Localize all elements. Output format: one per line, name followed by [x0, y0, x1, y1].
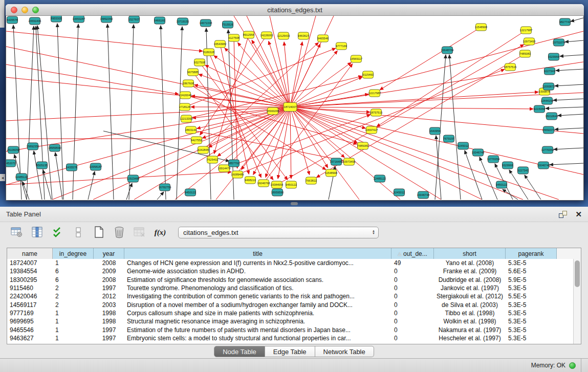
graph-edge[interactable]: [480, 157, 497, 200]
delete-icon[interactable]: [113, 226, 126, 239]
graph-edge[interactable]: [290, 42, 302, 107]
table-selector-dropdown[interactable]: citations_edges.txt ▲▼: [178, 227, 379, 238]
table-cell[interactable]: 18724007: [7, 259, 53, 267]
table-cell[interactable]: 5.3E-5: [506, 335, 557, 342]
table-cell[interactable]: 2009: [94, 268, 124, 275]
table-row[interactable]: 911546021997Tourette syndrome. Phenomeno…: [7, 284, 581, 292]
table-cell[interactable]: 1997: [94, 335, 124, 342]
float-panel-icon[interactable]: [559, 211, 567, 218]
graph-edge[interactable]: [177, 27, 182, 200]
table-cell[interactable]: 5.9E-5: [506, 276, 557, 283]
table-cell[interactable]: 1: [53, 335, 94, 342]
graph-edge[interactable]: [555, 84, 583, 86]
table-cell[interactable]: 0: [391, 276, 434, 283]
new-document-icon[interactable]: [92, 226, 105, 239]
graph-edge[interactable]: [558, 114, 583, 116]
table-cell[interactable]: 1998: [94, 310, 124, 317]
citation-network-graph[interactable]: 1872400718300295121254331422606389129549…: [6, 16, 583, 200]
graph-edge[interactable]: [553, 99, 583, 100]
table-cell[interactable]: Tibbo et al. (1998): [434, 310, 506, 317]
table-cell[interactable]: 5.6E-5: [506, 268, 557, 275]
table-cell[interactable]: 5.3E-5: [506, 310, 557, 317]
table-cell[interactable]: 0: [391, 310, 434, 317]
network-canvas[interactable]: 1872400718300295121254331422606389129549…: [6, 16, 584, 201]
graph-edge[interactable]: [290, 107, 291, 179]
graph-edge[interactable]: [449, 55, 461, 200]
network-window-titlebar[interactable]: citations_edges.txt: [6, 4, 584, 16]
graph-edge[interactable]: [55, 152, 62, 200]
column-header-out_de[interactable]: △out_de...: [391, 248, 434, 259]
table-cell[interactable]: 0: [391, 268, 434, 275]
graph-edge[interactable]: [73, 24, 78, 200]
function-builder-icon[interactable]: f(x): [154, 226, 167, 239]
table-cell[interactable]: 1: [53, 318, 94, 325]
table-cell[interactable]: 1: [53, 310, 94, 317]
table-cell[interactable]: 1997: [94, 326, 124, 334]
table-cell[interactable]: 9115460: [7, 285, 53, 292]
graph-edge[interactable]: [217, 107, 290, 156]
table-cell[interactable]: 5.3E-5: [506, 301, 557, 309]
graph-edge[interactable]: [571, 18, 583, 21]
tab-edge-table[interactable]: Edge Table: [265, 346, 315, 357]
graph-edge[interactable]: [161, 26, 166, 200]
table-cell[interactable]: Investigating the contribution of common…: [124, 293, 391, 300]
graph-edge[interactable]: [6, 77, 290, 107]
graph-edge[interactable]: [203, 42, 318, 150]
graph-edge[interactable]: [290, 51, 337, 107]
graph-edge[interactable]: [380, 27, 481, 90]
clear-selection-icon[interactable]: [72, 226, 85, 239]
table-cell[interactable]: de Silva et al. (2003): [434, 301, 506, 309]
graph-edge[interactable]: [234, 38, 237, 168]
table-row[interactable]: 946554611997Estimation of the future num…: [7, 325, 581, 334]
table-cell[interactable]: 1: [53, 326, 94, 334]
table-cell[interactable]: Disruption of a novel member of a sodium…: [124, 301, 391, 309]
graph-edge[interactable]: [290, 77, 362, 107]
table-cell[interactable]: Embryonic stem cells: a model to study s…: [124, 335, 391, 342]
table-cell[interactable]: Stergiakouli et al. (2012): [434, 293, 506, 300]
graph-edge[interactable]: [550, 163, 583, 165]
graph-edge[interactable]: [554, 148, 583, 149]
table-cell[interactable]: 9777169: [7, 310, 53, 317]
table-cell[interactable]: 22420046: [7, 293, 53, 300]
table-cell[interactable]: 9699695: [7, 318, 53, 325]
column-header-pagerank[interactable]: pagerank: [506, 248, 557, 259]
table-cell[interactable]: 0: [391, 285, 434, 292]
table-cell[interactable]: 1998: [94, 318, 124, 325]
close-window-button[interactable]: [11, 7, 17, 13]
memory-status-indicator[interactable]: [569, 362, 576, 369]
table-row[interactable]: 969969511998Structural magnetic resonanc…: [7, 317, 581, 325]
table-cell[interactable]: 0: [391, 293, 434, 300]
graph-edge[interactable]: [6, 47, 290, 107]
table-cell[interactable]: 6: [53, 276, 94, 283]
graph-edge[interactable]: [157, 192, 164, 200]
table-cell[interactable]: Changes of HCN gene expression and I(f) …: [124, 259, 391, 267]
table-cell[interactable]: 2: [53, 285, 94, 292]
table-cell[interactable]: 49: [391, 259, 434, 267]
table-cell[interactable]: 2012: [94, 293, 124, 300]
table-cell[interactable]: Genome-wide association studies in ADHD.: [124, 268, 391, 275]
table-cell[interactable]: 5.3E-5: [506, 318, 557, 325]
table-cell[interactable]: 1: [53, 259, 94, 267]
graph-edge[interactable]: [214, 56, 290, 107]
table-cell[interactable]: Tourette syndrome. Phenomenology and cla…: [124, 285, 391, 292]
graph-edge[interactable]: [290, 107, 441, 200]
table-cell[interactable]: Franke et al. (2009): [434, 268, 506, 275]
table-row[interactable]: 1830029562008Estimation of significance …: [7, 276, 581, 284]
column-header-name[interactable]: name: [7, 248, 53, 259]
table-cell[interactable]: 0: [391, 318, 434, 325]
graph-edge[interactable]: [290, 107, 523, 200]
table-cell[interactable]: 0: [391, 326, 434, 334]
table-cell[interactable]: 5.3E-5: [506, 285, 557, 292]
table-cell[interactable]: Yano et al. (2008): [434, 259, 506, 267]
table-cell[interactable]: 1997: [94, 285, 124, 292]
table-cell[interactable]: Nakamura et al. (1997): [434, 326, 506, 334]
table-cell[interactable]: Jankovic et al. (1997): [434, 285, 506, 292]
graph-edge[interactable]: [290, 62, 351, 107]
table-cell[interactable]: Structural magnetic resonance image aver…: [124, 318, 391, 325]
graph-edge[interactable]: [27, 26, 34, 200]
graph-edge[interactable]: [565, 40, 583, 42]
graph-edge[interactable]: [436, 136, 441, 200]
table-row[interactable]: 977716911998Corpus callosum shape and si…: [7, 309, 581, 317]
table-row[interactable]: 946362711997Embryonic stem cells: a mode…: [7, 334, 581, 342]
column-header-short[interactable]: short: [434, 248, 506, 259]
